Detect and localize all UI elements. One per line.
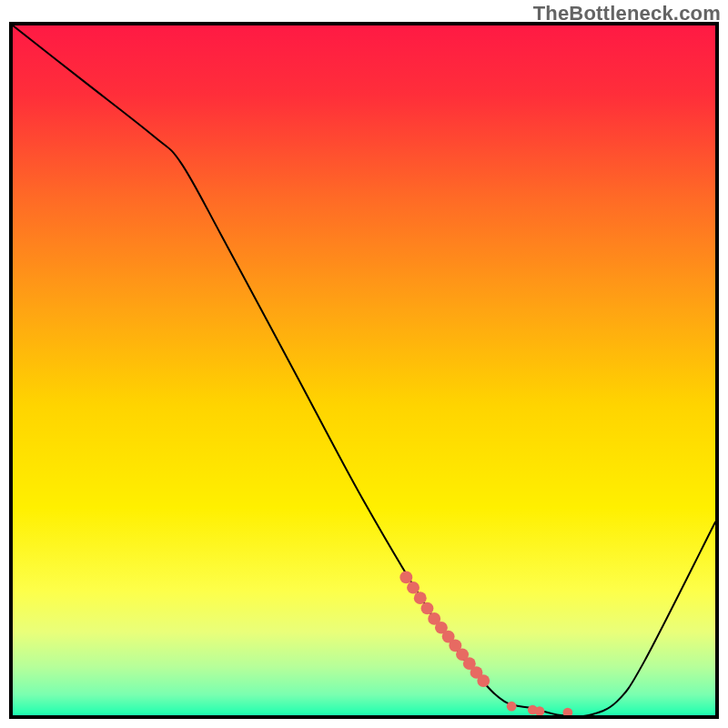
highlight-dots-point <box>562 708 572 715</box>
plot-overlay <box>13 25 715 715</box>
highlight-segment-point <box>407 581 420 594</box>
highlight-segment-point <box>414 592 427 604</box>
bottleneck-curve <box>13 25 715 715</box>
scatter-layer <box>399 571 572 715</box>
highlight-dots-point <box>507 702 517 712</box>
highlight-segment-point <box>399 571 412 584</box>
plot-area <box>13 25 715 715</box>
plot-frame <box>9 22 719 719</box>
highlight-segment-point <box>421 602 434 615</box>
highlight-segment-point <box>477 674 490 687</box>
watermark-label: TheBottleneck.com <box>533 2 721 25</box>
chart-container: TheBottleneck.com <box>0 0 728 728</box>
